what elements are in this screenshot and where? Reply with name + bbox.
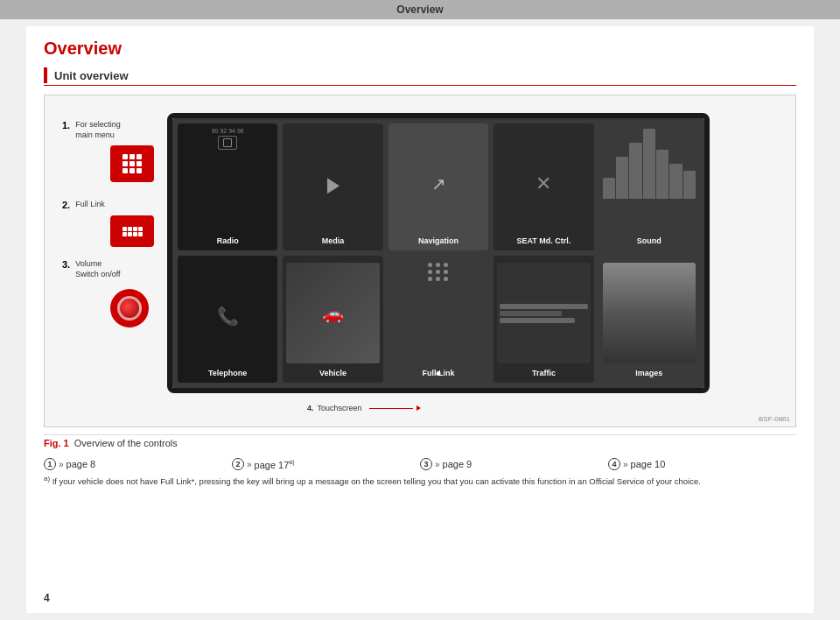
footnote-arrow-3: » xyxy=(435,460,440,469)
footnote-circle-1: 1 xyxy=(44,458,56,470)
volume-button[interactable] xyxy=(110,289,149,328)
footnote-arrow-1: » xyxy=(59,460,64,469)
page-number: 4 xyxy=(44,592,796,604)
figure-caption-area: Fig. 1 Overview of the controls xyxy=(44,434,796,451)
tile-fulllink[interactable]: Full Link xyxy=(388,256,488,383)
callout-3-number: 3. xyxy=(62,259,70,270)
footnote-circle-2: 2 xyxy=(232,458,244,470)
tile-traffic-label: Traffic xyxy=(532,369,556,377)
tile-sound[interactable]: Sound xyxy=(599,123,699,250)
tile-telephone[interactable]: 📞 Telephone xyxy=(178,256,277,383)
callout-1: 1. For selectingmain menu xyxy=(62,120,167,140)
tile-seat-md-ctrl[interactable]: ✕ SEAT Md. Ctrl. xyxy=(494,123,593,250)
footnote-a-text: a) If your vehicle does not have Full Li… xyxy=(44,474,796,487)
footnote-circle-3: 3 xyxy=(420,458,432,470)
infotainment-screen: 90 92 94 96 Radio xyxy=(167,113,710,393)
fig-tag: Fig. 1 xyxy=(44,438,69,448)
page-container: Overview Overview Unit overview 1. For s… xyxy=(0,0,840,620)
callout-4-area: 4. Touchscreen xyxy=(307,404,421,412)
section-header: Unit overview xyxy=(44,67,796,86)
callout-4-number: 4. xyxy=(307,404,314,412)
footnote-a-label: a) xyxy=(44,476,50,486)
grid-icon xyxy=(122,154,142,173)
tile-vehicle[interactable]: 🚗 Vehicle xyxy=(283,256,382,383)
tile-telephone-label: Telephone xyxy=(208,369,247,377)
section-bar xyxy=(44,67,47,83)
bsf-label: BSF-0861 xyxy=(759,415,790,423)
volume-knob xyxy=(117,296,142,321)
tile-media[interactable]: Media xyxy=(283,123,382,250)
footnote-arrow-4: » xyxy=(623,460,628,469)
footnote-text-3: page 9 xyxy=(443,459,472,469)
screen-row-1: 90 92 94 96 Radio xyxy=(178,123,699,250)
tile-images-label: Images xyxy=(635,369,662,377)
callout-4-text: Touchscreen xyxy=(318,404,362,412)
callout-3-text: VolumeSwitch on/off xyxy=(75,259,120,279)
callout-3: 3. VolumeSwitch on/off xyxy=(62,259,167,279)
footnote-item-1: 1 » page 8 xyxy=(44,458,232,470)
tile-navigation[interactable]: ↗ Navigation xyxy=(388,123,488,250)
callout-1-text: For selectingmain menu xyxy=(75,120,121,140)
main-menu-button[interactable] xyxy=(110,145,154,182)
tile-traffic[interactable]: Traffic xyxy=(494,256,593,383)
fig-caption-text: Overview of the controls xyxy=(74,438,178,448)
tile-vehicle-label: Vehicle xyxy=(319,369,346,377)
full-link-button[interactable] xyxy=(110,215,154,247)
footnotes-row: 1 » page 8 2 » page 17a) 3 » page 9 4 » … xyxy=(44,458,796,470)
tile-images[interactable]: Images xyxy=(599,256,699,383)
callout-1-number: 1. xyxy=(62,120,70,130)
tile-sound-label: Sound xyxy=(637,236,662,245)
footnote-text-1: page 8 xyxy=(66,459,96,469)
page-title: Overview xyxy=(44,39,796,59)
tile-seat-label: SEAT Md. Ctrl. xyxy=(517,236,571,245)
callout-2: 2. Full Link xyxy=(62,200,167,210)
content-area: Overview Unit overview 1. For selectingm… xyxy=(26,26,814,613)
tile-media-label: Media xyxy=(322,236,345,245)
tile-radio[interactable]: 90 92 94 96 Radio xyxy=(178,123,277,250)
callout-2-text: Full Link xyxy=(75,200,105,210)
top-bar-title: Overview xyxy=(396,4,443,16)
diagram-container: 1. For selectingmain menu 2. Full Link xyxy=(44,95,796,427)
control-panel: 1. For selectingmain menu 2. Full Link xyxy=(62,104,167,406)
footnote-arrow-2: » xyxy=(247,460,252,469)
footnote-item-4: 4 » page 10 xyxy=(608,458,796,470)
footnote-item-3: 3 » page 9 xyxy=(420,458,608,470)
fulllink-icon xyxy=(122,227,143,236)
footnote-text-4: page 10 xyxy=(631,459,666,469)
top-bar: Overview xyxy=(0,0,840,19)
tile-fulllink-label: Full Link xyxy=(423,369,455,377)
footnote-a-content: If your vehicle does not have Full Link*… xyxy=(52,476,701,486)
callout-2-number: 2. xyxy=(62,200,70,210)
section-title: Unit overview xyxy=(54,69,129,82)
screen-inner: 90 92 94 96 Radio xyxy=(172,118,704,388)
footnote-circle-4: 4 xyxy=(608,458,620,470)
tile-navigation-label: Navigation xyxy=(418,236,458,245)
footnote-item-2: 2 » page 17a) xyxy=(232,458,420,470)
footnote-text-2: page 17a) xyxy=(255,459,295,470)
tile-radio-label: Radio xyxy=(217,236,239,245)
screen-row-2: 📞 Telephone 🚗 Vehicle xyxy=(178,256,699,383)
